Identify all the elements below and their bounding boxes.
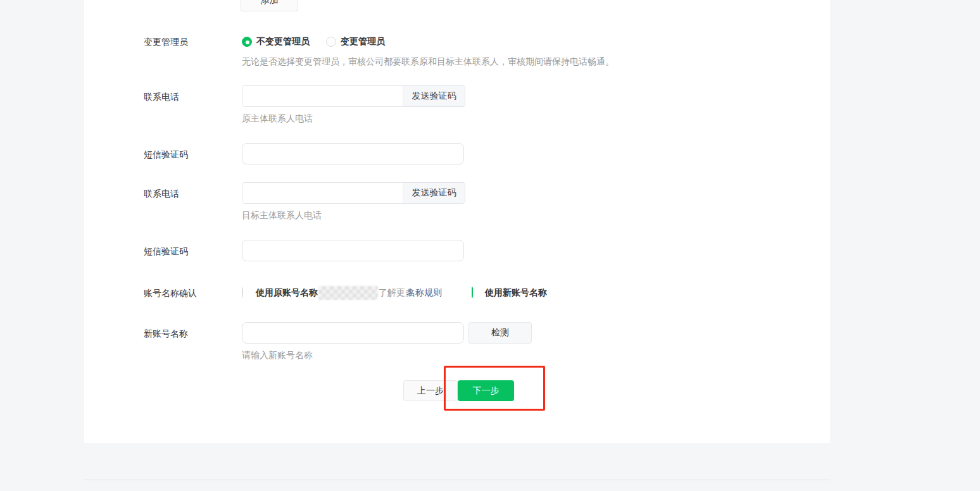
target-phone-group: 发送验证码: [242, 182, 465, 204]
original-send-code-button[interactable]: 发送验证码: [403, 86, 465, 106]
add-button[interactable]: 添加: [241, 0, 298, 11]
radio-unchecked-icon[interactable]: [242, 287, 243, 298]
previous-step-button[interactable]: 上一步: [403, 380, 458, 401]
use-new-name-option[interactable]: 使用新账号名称: [485, 287, 547, 299]
original-phone-label: 联系电话: [144, 92, 179, 103]
radio-unchecked-icon[interactable]: [326, 37, 336, 47]
account-name-confirm-row: 使用原账号名称 了解更多 名称规则 使用新账号名称: [84, 287, 830, 300]
original-sms-label: 短信验证码: [144, 149, 188, 161]
target-phone-input[interactable]: [242, 183, 403, 203]
target-send-code-button[interactable]: 发送验证码: [403, 183, 465, 203]
radio-checked-icon[interactable]: [242, 37, 252, 47]
form-panel: 添加 变更管理员 不变更管理员 变更管理员 无论是否选择变更管理员，审核公司都要…: [84, 0, 830, 443]
original-phone-note: 原主体联系人电话: [242, 113, 313, 125]
new-account-name-label: 新账号名称: [144, 328, 188, 340]
radio-option-no-change[interactable]: 不变更管理员: [242, 36, 310, 47]
admin-change-label: 变更管理员: [144, 37, 188, 48]
check-name-button[interactable]: 检测: [468, 322, 532, 344]
target-phone-label: 联系电话: [144, 189, 179, 200]
radio-checked-icon[interactable]: [472, 287, 473, 298]
new-account-name-input[interactable]: [242, 322, 464, 344]
admin-change-radio-group: 不变更管理员 变更管理员: [242, 36, 385, 47]
original-sms-input[interactable]: [242, 143, 464, 165]
radio-option-label: 不变更管理员: [256, 36, 310, 47]
footer-divider: [84, 480, 830, 480]
radio-option-change[interactable]: 变更管理员: [326, 36, 385, 47]
target-phone-note: 目标主体联系人电话: [242, 210, 322, 221]
target-sms-label: 短信验证码: [144, 246, 188, 258]
target-sms-input[interactable]: [242, 240, 464, 261]
new-account-name-note: 请输入新账号名称: [242, 350, 313, 361]
use-original-name-option[interactable]: 使用原账号名称: [256, 287, 318, 299]
original-phone-input[interactable]: [242, 86, 403, 106]
original-phone-group: 发送验证码: [242, 85, 465, 107]
next-step-button[interactable]: 下一步: [458, 380, 514, 401]
name-rules-link[interactable]: 名称规则: [406, 287, 442, 299]
redacted-original-account-name: [318, 286, 378, 300]
radio-option-label: 变更管理员: [341, 36, 385, 47]
admin-change-note: 无论是否选择变更管理员，审核公司都要联系原和目标主体联系人，审核期间请保持电话畅…: [242, 56, 614, 68]
